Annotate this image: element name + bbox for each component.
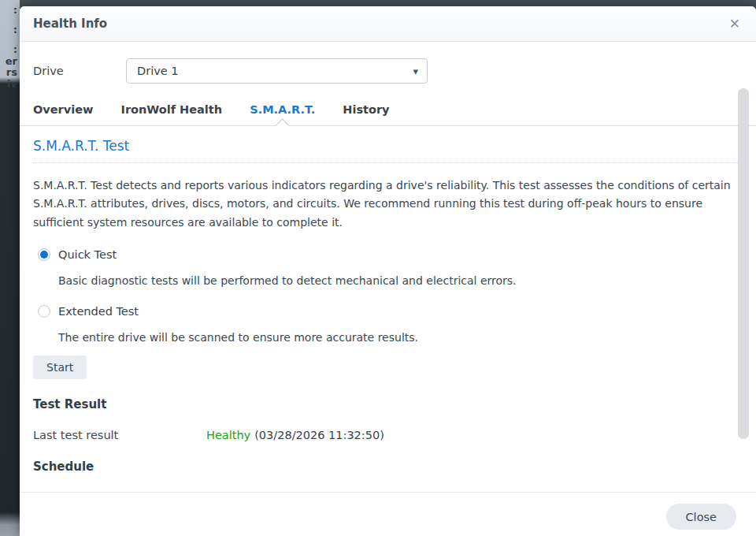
smart-test-description: S.M.A.R.T. Test detects and reports vari… <box>33 177 743 232</box>
smart-test-heading: S.M.A.R.T. Test <box>33 138 743 163</box>
quick-test-label: Quick Test <box>58 248 117 261</box>
extended-test-label: Extended Test <box>58 305 139 318</box>
backdrop-text-fragment: rs <box>6 66 17 78</box>
tab-smart[interactable]: S.M.A.R.T. <box>250 102 315 125</box>
dialog-title: Health Info <box>33 17 107 31</box>
backdrop-text-fragment: : <box>13 24 17 35</box>
dialog-titlebar: Health Info ✕ <box>20 6 756 42</box>
page-backdrop: : : : er rs iv <box>0 0 20 536</box>
drive-dropdown[interactable]: Drive 1 ▾ <box>126 58 428 84</box>
backdrop-text-fragment: : <box>13 43 17 55</box>
quick-test-description: Basic diagnostic tests will be performed… <box>58 274 743 287</box>
close-button[interactable]: Close <box>666 504 737 530</box>
last-test-result-value: Healthy(03/28/2026 11:32:50) <box>206 429 384 441</box>
dialog-footer: Close <box>20 492 756 536</box>
tab-bar: Overview IronWolf Health S.M.A.R.T. Hist… <box>20 102 756 126</box>
health-info-dialog: Health Info ✕ Drive Drive 1 ▾ Overview I… <box>20 6 756 536</box>
extended-test-description: The entire drive will be scanned to ensu… <box>58 331 743 344</box>
radio-unselected-icon <box>38 305 50 318</box>
backdrop-text-fragment: iv <box>7 78 17 90</box>
last-test-result-row: Last test result Healthy(03/28/2026 11:3… <box>33 429 743 441</box>
health-status-value: Healthy <box>206 429 250 441</box>
backdrop-text-fragment: : <box>13 4 17 16</box>
backdrop-text-fragment: er <box>6 55 17 67</box>
test-result-heading: Test Result <box>33 397 743 411</box>
last-test-result-label: Last test result <box>33 429 206 441</box>
drive-row: Drive Drive 1 ▾ <box>33 58 743 84</box>
drive-dropdown-value: Drive 1 <box>137 65 179 77</box>
schedule-heading: Schedule <box>33 460 743 474</box>
tab-ironwolf-health[interactable]: IronWolf Health <box>121 102 223 125</box>
test-timestamp: (03/28/2026 11:32:50) <box>254 429 384 441</box>
radio-quick-test[interactable]: Quick Test <box>33 248 743 261</box>
close-icon[interactable]: ✕ <box>729 6 740 42</box>
chevron-down-icon: ▾ <box>413 65 418 77</box>
drive-label: Drive <box>33 65 126 77</box>
radio-selected-icon <box>38 248 50 261</box>
tab-overview[interactable]: Overview <box>33 102 93 125</box>
start-button[interactable]: Start <box>33 355 87 379</box>
dialog-body: Drive Drive 1 ▾ Overview IronWolf Health… <box>20 43 756 536</box>
tab-panel-smart: S.M.A.R.T. Test S.M.A.R.T. Test detects … <box>20 138 756 474</box>
radio-extended-test[interactable]: Extended Test <box>33 305 743 318</box>
scrollbar-thumb[interactable] <box>738 88 749 439</box>
tab-history[interactable]: History <box>343 102 389 125</box>
